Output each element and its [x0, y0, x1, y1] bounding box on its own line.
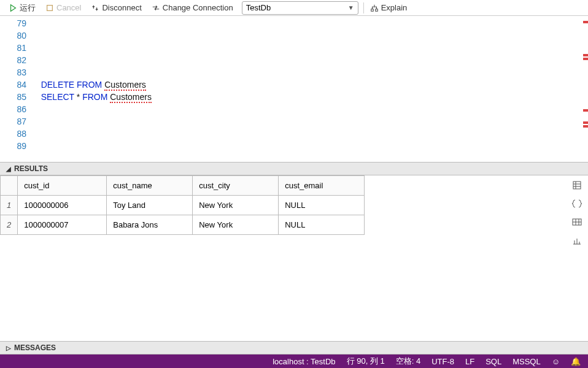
- code-area[interactable]: DELETE FROM Customers SELECT * FROM Cust…: [34, 16, 588, 162]
- toolbar: 运行 Cancel Disconnect Change Connection T…: [0, 0, 588, 16]
- results-side-toolbar: [566, 175, 588, 258]
- cancel-button: Cancel: [41, 2, 86, 13]
- run-label: 运行: [20, 2, 36, 13]
- table-cell[interactable]: NULL: [279, 196, 365, 215]
- error-markers: [583, 16, 588, 162]
- chevron-down-icon: ▼: [348, 4, 354, 11]
- disconnect-icon: [91, 4, 99, 12]
- line-gutter: 79 80 81 82 83 84 85 86 87 88 89: [0, 16, 34, 162]
- line-number: 84: [0, 79, 26, 91]
- table-cell[interactable]: Babara Jons: [107, 215, 193, 235]
- column-header[interactable]: cust_email: [279, 176, 365, 196]
- table-rownum: 2: [1, 215, 18, 235]
- identifier: Customers: [110, 92, 152, 103]
- change-connection-button[interactable]: Change Connection: [147, 2, 238, 13]
- explain-icon: [370, 4, 379, 12]
- messages-panel-header[interactable]: ▷ MESSAGES: [0, 341, 588, 355]
- keyword: FROM: [82, 92, 107, 102]
- bell-icon[interactable]: 🔔: [571, 357, 581, 366]
- line-number: 79: [0, 17, 26, 29]
- csv-icon[interactable]: [572, 180, 582, 190]
- sql-editor[interactable]: 79 80 81 82 83 84 85 86 87 88 89 DELETE …: [0, 16, 588, 162]
- run-button[interactable]: 运行: [4, 1, 41, 15]
- chart-icon[interactable]: [572, 236, 582, 245]
- column-header[interactable]: cust_name: [107, 176, 193, 196]
- results-body: cust_id cust_name cust_city cust_email 1…: [0, 175, 588, 258]
- results-panel-header[interactable]: ◢ RESULTS: [0, 162, 588, 175]
- status-server[interactable]: MSSQL: [513, 357, 541, 366]
- table-cell[interactable]: New York: [193, 215, 279, 235]
- results-grid: cust_id cust_name cust_city cust_email 1…: [0, 175, 365, 258]
- column-header[interactable]: cust_city: [193, 176, 279, 196]
- status-eol[interactable]: LF: [465, 357, 474, 366]
- explain-button[interactable]: Explain: [365, 2, 412, 13]
- keyword: FROM: [77, 80, 102, 90]
- error-marker: [583, 121, 588, 124]
- table-cell[interactable]: 1000000006: [18, 196, 107, 215]
- change-connection-icon: [152, 4, 160, 12]
- line-number: 89: [0, 140, 26, 152]
- collapse-icon: ◢: [6, 166, 11, 172]
- database-select[interactable]: TestDb ▼: [242, 1, 358, 15]
- status-position[interactable]: 行 90, 列 1: [347, 356, 385, 367]
- explain-label: Explain: [381, 3, 408, 12]
- editor-filler: [0, 258, 588, 341]
- cancel-label: Cancel: [56, 3, 81, 12]
- expand-icon: ▷: [6, 345, 11, 351]
- status-bar: localhost : TestDb 行 90, 列 1 空格: 4 UTF-8…: [0, 355, 588, 368]
- status-spaces[interactable]: 空格: 4: [396, 356, 420, 367]
- stop-icon: [45, 4, 54, 12]
- line-number: 82: [0, 54, 26, 66]
- messages-panel-title: MESSAGES: [14, 343, 56, 352]
- status-encoding[interactable]: UTF-8: [431, 357, 454, 366]
- excel-icon[interactable]: [572, 217, 582, 227]
- table-cell[interactable]: 1000000007: [18, 215, 107, 235]
- svg-rect-1: [573, 182, 581, 189]
- json-icon[interactable]: [572, 199, 582, 209]
- line-number: 80: [0, 29, 26, 42]
- play-icon: [9, 4, 17, 12]
- status-language[interactable]: SQL: [485, 357, 501, 366]
- error-marker: [583, 109, 588, 112]
- keyword: SELECT: [41, 92, 74, 102]
- error-marker: [583, 21, 588, 23]
- error-marker: [583, 125, 588, 128]
- results-panel-title: RESULTS: [14, 164, 48, 173]
- line-number: 83: [0, 66, 26, 79]
- feedback-icon[interactable]: ☺: [552, 357, 560, 366]
- results-spacer: [365, 175, 566, 258]
- line-number: 88: [0, 128, 26, 140]
- status-connection[interactable]: localhost : TestDb: [273, 357, 335, 366]
- line-number: 85: [0, 91, 26, 103]
- table-header-row: cust_id cust_name cust_city cust_email: [1, 176, 365, 196]
- table-cell[interactable]: New York: [193, 196, 279, 215]
- keyword: DELETE: [41, 80, 74, 90]
- error-marker: [583, 58, 588, 60]
- table-row[interactable]: 1 1000000006 Toy Land New York NULL: [1, 196, 365, 215]
- disconnect-button[interactable]: Disconnect: [86, 2, 146, 13]
- table-row[interactable]: 2 1000000007 Babara Jons New York NULL: [1, 215, 365, 235]
- column-header[interactable]: cust_id: [18, 176, 107, 196]
- toolbar-separator: [363, 2, 364, 13]
- table-cell[interactable]: Toy Land: [107, 196, 193, 215]
- rownum-header: [1, 176, 18, 196]
- line-number: 87: [0, 115, 26, 128]
- table-cell[interactable]: NULL: [279, 215, 365, 235]
- disconnect-label: Disconnect: [102, 3, 141, 12]
- line-number: 86: [0, 103, 26, 115]
- identifier: Customers: [104, 80, 146, 91]
- table-rownum: 1: [1, 196, 18, 215]
- svg-rect-0: [47, 5, 53, 10]
- line-number: 81: [0, 42, 26, 54]
- database-select-value: TestDb: [246, 3, 271, 12]
- change-connection-label: Change Connection: [163, 3, 233, 12]
- error-marker: [583, 54, 588, 56]
